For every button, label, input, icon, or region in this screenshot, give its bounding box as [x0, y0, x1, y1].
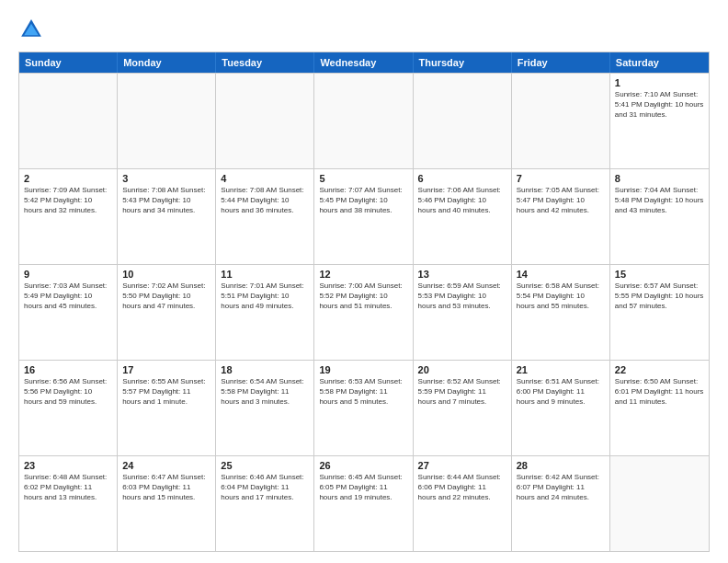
cell-info: Sunrise: 6:54 AM Sunset: 5:58 PM Dayligh… — [221, 377, 309, 407]
cal-cell: 15Sunrise: 6:57 AM Sunset: 5:55 PM Dayli… — [610, 265, 709, 360]
day-number: 25 — [221, 460, 309, 471]
cal-cell: 27Sunrise: 6:44 AM Sunset: 6:06 PM Dayli… — [414, 456, 512, 551]
cal-row: 23Sunrise: 6:48 AM Sunset: 6:02 PM Dayli… — [19, 455, 709, 551]
day-number: 24 — [122, 460, 210, 471]
cal-cell: 18Sunrise: 6:54 AM Sunset: 5:58 PM Dayli… — [216, 361, 314, 455]
day-number: 20 — [418, 364, 506, 375]
day-number: 8 — [615, 173, 704, 184]
day-number: 21 — [517, 364, 605, 375]
cal-cell: 19Sunrise: 6:53 AM Sunset: 5:58 PM Dayli… — [314, 361, 413, 455]
cal-row: 1Sunrise: 7:10 AM Sunset: 5:41 PM Daylig… — [19, 73, 709, 168]
cal-row: 2Sunrise: 7:09 AM Sunset: 5:42 PM Daylig… — [19, 168, 709, 264]
cell-info: Sunrise: 7:01 AM Sunset: 5:51 PM Dayligh… — [221, 282, 309, 311]
day-number: 1 — [615, 77, 704, 88]
cell-info: Sunrise: 6:51 AM Sunset: 6:00 PM Dayligh… — [517, 377, 605, 407]
day-number: 3 — [122, 173, 210, 184]
day-number: 7 — [517, 173, 605, 184]
cal-cell: 23Sunrise: 6:48 AM Sunset: 6:02 PM Dayli… — [19, 456, 118, 551]
cell-info: Sunrise: 7:00 AM Sunset: 5:52 PM Dayligh… — [319, 282, 407, 311]
day-number: 23 — [24, 460, 112, 471]
cell-info: Sunrise: 6:45 AM Sunset: 6:05 PM Dayligh… — [319, 473, 407, 502]
cal-cell: 25Sunrise: 6:46 AM Sunset: 6:04 PM Dayli… — [216, 456, 314, 551]
day-number: 18 — [221, 364, 309, 375]
header — [18, 17, 710, 42]
cell-info: Sunrise: 7:04 AM Sunset: 5:48 PM Dayligh… — [615, 186, 704, 215]
cal-cell: 7Sunrise: 7:05 AM Sunset: 5:47 PM Daylig… — [512, 169, 610, 264]
cal-cell: 9Sunrise: 7:03 AM Sunset: 5:49 PM Daylig… — [19, 265, 118, 360]
cell-info: Sunrise: 6:57 AM Sunset: 5:55 PM Dayligh… — [615, 282, 704, 311]
cal-header-day: Thursday — [414, 52, 512, 73]
cell-info: Sunrise: 6:56 AM Sunset: 5:56 PM Dayligh… — [24, 377, 112, 407]
cal-cell: 14Sunrise: 6:58 AM Sunset: 5:54 PM Dayli… — [512, 265, 610, 360]
cell-info: Sunrise: 6:58 AM Sunset: 5:54 PM Dayligh… — [517, 282, 605, 311]
cell-info: Sunrise: 7:05 AM Sunset: 5:47 PM Dayligh… — [517, 186, 605, 215]
cal-cell — [216, 74, 314, 168]
day-number: 19 — [319, 364, 407, 375]
cell-info: Sunrise: 6:46 AM Sunset: 6:04 PM Dayligh… — [221, 473, 309, 502]
cal-cell — [19, 74, 118, 168]
cal-cell: 12Sunrise: 7:00 AM Sunset: 5:52 PM Dayli… — [314, 265, 413, 360]
cal-header-day: Sunday — [19, 52, 118, 73]
day-number: 17 — [122, 364, 210, 375]
cell-info: Sunrise: 6:42 AM Sunset: 6:07 PM Dayligh… — [517, 473, 605, 502]
cal-cell: 6Sunrise: 7:06 AM Sunset: 5:46 PM Daylig… — [414, 169, 512, 264]
cell-info: Sunrise: 7:09 AM Sunset: 5:42 PM Dayligh… — [24, 186, 112, 215]
day-number: 28 — [517, 460, 605, 471]
cal-cell — [414, 74, 512, 168]
cal-cell — [512, 74, 610, 168]
day-number: 27 — [418, 460, 506, 471]
cal-row: 9Sunrise: 7:03 AM Sunset: 5:49 PM Daylig… — [19, 264, 709, 360]
cell-info: Sunrise: 7:08 AM Sunset: 5:44 PM Dayligh… — [221, 186, 309, 215]
cell-info: Sunrise: 7:10 AM Sunset: 5:41 PM Dayligh… — [615, 90, 704, 120]
cal-header-day: Tuesday — [216, 52, 314, 73]
cal-cell: 24Sunrise: 6:47 AM Sunset: 6:03 PM Dayli… — [118, 456, 216, 551]
day-number: 11 — [221, 269, 309, 280]
page: SundayMondayTuesdayWednesdayThursdayFrid… — [0, 0, 728, 563]
cal-cell — [314, 74, 413, 168]
calendar: SundayMondayTuesdayWednesdayThursdayFrid… — [18, 52, 710, 552]
cell-info: Sunrise: 6:52 AM Sunset: 5:59 PM Dayligh… — [418, 377, 506, 407]
cell-info: Sunrise: 7:08 AM Sunset: 5:43 PM Dayligh… — [122, 186, 210, 215]
day-number: 5 — [319, 173, 407, 184]
day-number: 9 — [24, 269, 112, 280]
cal-cell: 8Sunrise: 7:04 AM Sunset: 5:48 PM Daylig… — [610, 169, 709, 264]
cell-info: Sunrise: 6:48 AM Sunset: 6:02 PM Dayligh… — [24, 473, 112, 502]
cell-info: Sunrise: 6:55 AM Sunset: 5:57 PM Dayligh… — [122, 377, 210, 407]
cal-cell: 22Sunrise: 6:50 AM Sunset: 6:01 PM Dayli… — [610, 361, 709, 455]
day-number: 13 — [418, 269, 506, 280]
day-number: 6 — [418, 173, 506, 184]
day-number: 26 — [319, 460, 407, 471]
day-number: 16 — [24, 364, 112, 375]
cal-cell: 2Sunrise: 7:09 AM Sunset: 5:42 PM Daylig… — [19, 169, 118, 264]
cal-cell: 20Sunrise: 6:52 AM Sunset: 5:59 PM Dayli… — [414, 361, 512, 455]
cell-info: Sunrise: 7:03 AM Sunset: 5:49 PM Dayligh… — [24, 282, 112, 311]
cal-cell: 21Sunrise: 6:51 AM Sunset: 6:00 PM Dayli… — [512, 361, 610, 455]
day-number: 2 — [24, 173, 112, 184]
cal-row: 16Sunrise: 6:56 AM Sunset: 5:56 PM Dayli… — [19, 360, 709, 455]
cal-cell: 16Sunrise: 6:56 AM Sunset: 5:56 PM Dayli… — [19, 361, 118, 455]
day-number: 10 — [122, 269, 210, 280]
calendar-body: 1Sunrise: 7:10 AM Sunset: 5:41 PM Daylig… — [19, 73, 709, 551]
cal-header-day: Wednesday — [314, 52, 413, 73]
cell-info: Sunrise: 7:02 AM Sunset: 5:50 PM Dayligh… — [122, 282, 210, 311]
cal-cell — [610, 456, 709, 551]
cal-cell: 26Sunrise: 6:45 AM Sunset: 6:05 PM Dayli… — [314, 456, 413, 551]
cal-cell: 10Sunrise: 7:02 AM Sunset: 5:50 PM Dayli… — [118, 265, 216, 360]
cal-cell: 13Sunrise: 6:59 AM Sunset: 5:53 PM Dayli… — [414, 265, 512, 360]
calendar-header: SundayMondayTuesdayWednesdayThursdayFrid… — [19, 52, 709, 73]
cell-info: Sunrise: 6:50 AM Sunset: 6:01 PM Dayligh… — [615, 377, 704, 407]
cell-info: Sunrise: 6:59 AM Sunset: 5:53 PM Dayligh… — [418, 282, 506, 311]
cell-info: Sunrise: 7:06 AM Sunset: 5:46 PM Dayligh… — [418, 186, 506, 215]
cell-info: Sunrise: 7:07 AM Sunset: 5:45 PM Dayligh… — [319, 186, 407, 215]
cal-cell: 1Sunrise: 7:10 AM Sunset: 5:41 PM Daylig… — [610, 74, 709, 168]
cell-info: Sunrise: 6:53 AM Sunset: 5:58 PM Dayligh… — [319, 377, 407, 407]
day-number: 12 — [319, 269, 407, 280]
logo — [18, 17, 48, 42]
cal-cell: 11Sunrise: 7:01 AM Sunset: 5:51 PM Dayli… — [216, 265, 314, 360]
cal-cell — [118, 74, 216, 168]
cell-info: Sunrise: 6:47 AM Sunset: 6:03 PM Dayligh… — [122, 473, 210, 502]
day-number: 22 — [615, 364, 704, 375]
cal-cell: 28Sunrise: 6:42 AM Sunset: 6:07 PM Dayli… — [512, 456, 610, 551]
cell-info: Sunrise: 6:44 AM Sunset: 6:06 PM Dayligh… — [418, 473, 506, 502]
cal-cell: 3Sunrise: 7:08 AM Sunset: 5:43 PM Daylig… — [118, 169, 216, 264]
